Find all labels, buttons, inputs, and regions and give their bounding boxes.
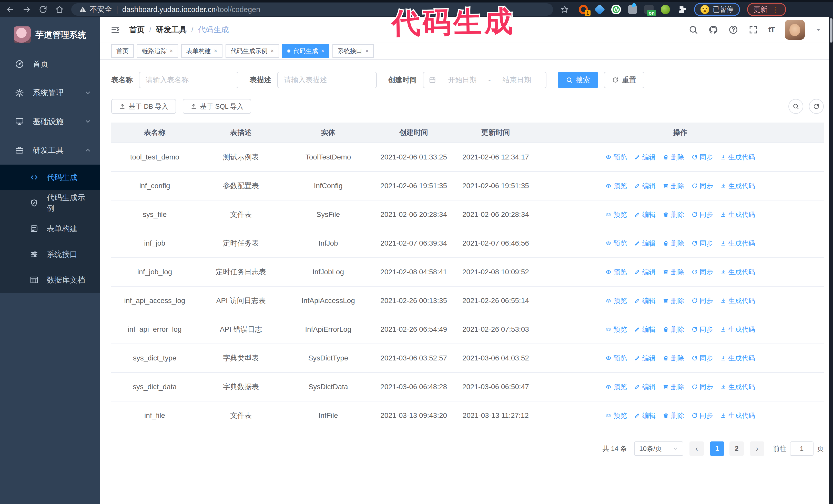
action-eye[interactable]: 预览	[605, 325, 627, 335]
action-edit[interactable]: 编辑	[634, 267, 656, 277]
scrollbar-thumb[interactable]	[830, 18, 832, 43]
table-name-input[interactable]	[139, 72, 238, 88]
tab-系统接口[interactable]: 系统接口×	[332, 44, 374, 58]
goto-page-input[interactable]	[790, 441, 813, 456]
bookmark-star-icon[interactable]	[560, 5, 569, 14]
action-sync[interactable]: 同步	[691, 152, 713, 162]
sidebar-item-code[interactable]: 代码生成	[0, 165, 100, 190]
reset-button[interactable]: 重置	[604, 72, 644, 88]
import-sql-button[interactable]: 基于 SQL 导入	[183, 99, 252, 114]
action-download[interactable]: 生成代码	[720, 353, 755, 363]
browser-update-button[interactable]: 更新 ⋮	[747, 3, 786, 16]
sidebar-item-sliders[interactable]: 系统接口	[0, 241, 100, 267]
action-edit[interactable]: 编辑	[634, 353, 656, 363]
fullscreen-icon[interactable]	[748, 25, 758, 34]
page-size-select[interactable]: 10条/页	[634, 441, 683, 456]
action-eye[interactable]: 预览	[605, 210, 627, 220]
breadcrumb-item[interactable]: 首页	[129, 25, 145, 35]
close-icon[interactable]: ×	[214, 48, 217, 54]
extension-gem-icon[interactable]	[595, 4, 605, 15]
browser-back-icon[interactable]	[6, 5, 15, 14]
action-eye[interactable]: 预览	[605, 296, 627, 306]
action-trash[interactable]: 删除	[663, 353, 684, 363]
action-download[interactable]: 生成代码	[720, 296, 755, 306]
action-edit[interactable]: 编辑	[634, 152, 656, 162]
action-eye[interactable]: 预览	[605, 238, 627, 248]
action-download[interactable]: 生成代码	[720, 382, 755, 392]
sidebar-item-toolbox[interactable]: 研发工具	[0, 136, 100, 165]
action-eye[interactable]: 预览	[605, 267, 627, 277]
action-edit[interactable]: 编辑	[634, 210, 656, 220]
browser-reload-icon[interactable]	[39, 5, 48, 14]
action-trash[interactable]: 删除	[663, 238, 684, 248]
hamburger-icon[interactable]	[110, 25, 120, 35]
tab-链路追踪[interactable]: 链路追踪×	[137, 44, 178, 58]
avatar-caret-icon[interactable]	[815, 26, 822, 33]
kebab-menu-icon[interactable]: ⋮	[772, 5, 780, 14]
address-bar[interactable]: 不安全 | dashboard.yudao.iocoder.cn/tool/co…	[71, 3, 553, 16]
tab-首页[interactable]: 首页	[111, 44, 134, 58]
font-size-icon[interactable]: tT	[768, 25, 775, 34]
tab-代码生成示例[interactable]: 代码生成示例×	[225, 44, 279, 58]
action-edit[interactable]: 编辑	[634, 181, 656, 191]
action-sync[interactable]: 同步	[691, 411, 713, 421]
action-download[interactable]: 生成代码	[720, 181, 755, 191]
close-icon[interactable]: ×	[170, 48, 173, 54]
import-db-button[interactable]: 基于 DB 导入	[111, 99, 176, 114]
extension-switch-icon[interactable]: on	[644, 4, 654, 15]
action-sync[interactable]: 同步	[691, 353, 713, 363]
action-download[interactable]: 生成代码	[720, 210, 755, 220]
action-sync[interactable]: 同步	[691, 238, 713, 248]
action-trash[interactable]: 删除	[663, 267, 684, 277]
action-sync[interactable]: 同步	[691, 382, 713, 392]
page-button-2[interactable]: 2	[730, 441, 744, 456]
action-edit[interactable]: 编辑	[634, 296, 656, 306]
action-sync[interactable]: 同步	[691, 181, 713, 191]
page-button-1[interactable]: 1	[710, 441, 724, 456]
action-edit[interactable]: 编辑	[634, 238, 656, 248]
action-download[interactable]: 生成代码	[720, 325, 755, 335]
action-eye[interactable]: 预览	[605, 353, 627, 363]
header-search-icon[interactable]	[688, 25, 698, 34]
extension-orange-icon[interactable]: 1	[578, 4, 589, 15]
sidebar-item-dashboard[interactable]: 首页	[0, 50, 100, 78]
profile-paused-chip[interactable]: 已暂停	[694, 3, 740, 16]
action-edit[interactable]: 编辑	[634, 411, 656, 421]
action-sync[interactable]: 同步	[691, 296, 713, 306]
action-eye[interactable]: 预览	[605, 181, 627, 191]
action-sync[interactable]: 同步	[691, 210, 713, 220]
sidebar-item-monitor[interactable]: 基础设施	[0, 107, 100, 136]
action-eye[interactable]: 预览	[605, 152, 627, 162]
refresh-table-button[interactable]	[809, 99, 824, 114]
sidebar-item-database[interactable]: 数据库文档	[0, 267, 100, 293]
table-desc-input[interactable]	[277, 72, 377, 88]
sidebar-item-form[interactable]: 表单构建	[0, 216, 100, 241]
action-trash[interactable]: 删除	[663, 325, 684, 335]
action-sync[interactable]: 同步	[691, 325, 713, 335]
action-trash[interactable]: 删除	[663, 152, 684, 162]
action-trash[interactable]: 删除	[663, 296, 684, 306]
tab-代码生成[interactable]: 代码生成×	[282, 44, 330, 58]
action-sync[interactable]: 同步	[691, 267, 713, 277]
sidebar-item-gear[interactable]: 系统管理	[0, 78, 100, 107]
sidebar-item-shield-check[interactable]: 代码生成示例	[0, 190, 100, 216]
close-icon[interactable]: ×	[271, 48, 274, 54]
extension-frog-icon[interactable]	[660, 4, 670, 15]
security-warning[interactable]: 不安全	[79, 4, 112, 15]
prev-page-button[interactable]: ‹	[689, 441, 704, 456]
action-eye[interactable]: 预览	[605, 382, 627, 392]
action-edit[interactable]: 编辑	[634, 325, 656, 335]
close-icon[interactable]: ×	[321, 48, 325, 54]
browser-forward-icon[interactable]	[22, 5, 31, 14]
github-icon[interactable]	[709, 25, 718, 34]
action-trash[interactable]: 删除	[663, 382, 684, 392]
next-page-button[interactable]: ›	[750, 441, 764, 456]
extension-shield-icon[interactable]: V	[611, 4, 621, 15]
action-download[interactable]: 生成代码	[720, 152, 755, 162]
close-icon[interactable]: ×	[365, 48, 368, 54]
action-download[interactable]: 生成代码	[720, 267, 755, 277]
user-avatar[interactable]	[785, 20, 805, 40]
help-icon[interactable]	[729, 25, 738, 34]
toggle-search-button[interactable]	[788, 99, 803, 114]
extensions-puzzle-icon[interactable]	[677, 4, 687, 15]
